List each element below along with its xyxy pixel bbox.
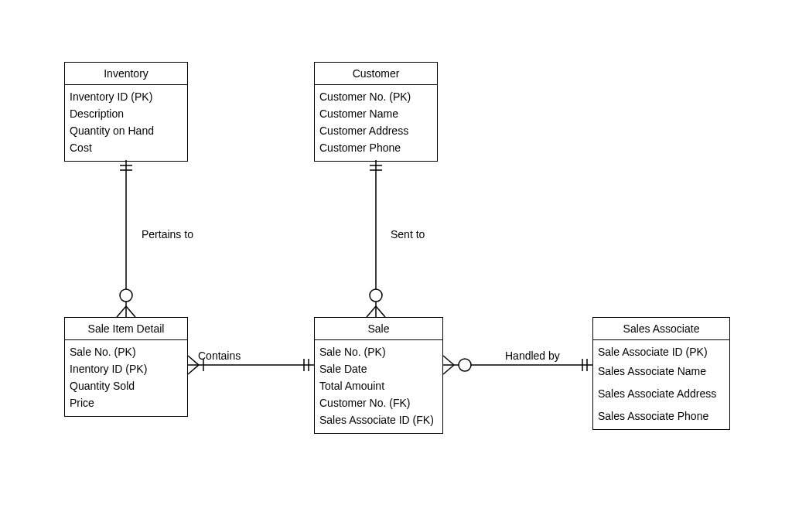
entity-attrs: Inventory ID (PK) Description Quantity o… [65, 85, 187, 161]
er-diagram-canvas: Inventory Inventory ID (PK) Description … [0, 0, 792, 532]
svg-line-6 [126, 306, 135, 317]
attr: Customer No. (FK) [319, 394, 438, 411]
entity-sales-associate: Sales Associate Sale Associate ID (PK) S… [592, 317, 730, 430]
svg-line-18 [188, 356, 199, 365]
svg-line-12 [367, 306, 376, 317]
svg-line-19 [188, 365, 199, 374]
rel-label-sent-to: Sent to [391, 228, 425, 240]
attr: Price [70, 394, 183, 411]
entity-title: Sale [315, 318, 442, 340]
attr: Customer Address [319, 122, 432, 139]
entity-title: Inventory [65, 63, 187, 85]
attr: Sale No. (PK) [70, 343, 183, 360]
attr: Cost [70, 139, 183, 156]
svg-line-5 [117, 306, 126, 317]
entity-sale: Sale Sale No. (PK) Sale Date Total Amoui… [314, 317, 443, 434]
svg-line-26 [443, 365, 454, 374]
attr: Customer No. (PK) [319, 88, 432, 105]
attr: Customer Name [319, 105, 432, 122]
rel-label-pertains-to: Pertains to [142, 228, 193, 240]
attr: Quantity on Hand [70, 122, 183, 139]
connector-sent-to [367, 160, 385, 317]
attr: Total Amouint [319, 377, 438, 394]
attr: Sale No. (PK) [319, 343, 438, 360]
attr: Sales Associate Name [598, 363, 725, 385]
entity-customer: Customer Customer No. (PK) Customer Name… [314, 62, 438, 162]
entity-attrs: Sale No. (PK) Inentory ID (PK) Quantity … [65, 340, 187, 416]
attr: Inentory ID (PK) [70, 360, 183, 377]
svg-point-3 [120, 289, 132, 302]
attr: Description [70, 105, 183, 122]
attr: Sale Date [319, 360, 438, 377]
attr: Inventory ID (PK) [70, 88, 183, 105]
attr: Sale Associate ID (PK) [598, 343, 725, 363]
svg-line-25 [443, 356, 454, 365]
entity-sale-item-detail: Sale Item Detail Sale No. (PK) Inentory … [64, 317, 188, 417]
attr: Sales Associate ID (FK) [319, 411, 438, 428]
svg-point-23 [459, 359, 471, 371]
entity-title: Sales Associate [593, 318, 729, 340]
entity-title: Sale Item Detail [65, 318, 187, 340]
entity-attrs: Sale Associate ID (PK) Sales Associate N… [593, 340, 729, 429]
entity-attrs: Sale No. (PK) Sale Date Total Amouint Cu… [315, 340, 442, 433]
attr: Customer Phone [319, 139, 432, 156]
rel-label-contains: Contains [198, 350, 241, 362]
attr: Sales Associate Address [598, 385, 725, 408]
entity-attrs: Customer No. (PK) Customer Name Customer… [315, 85, 437, 161]
entity-inventory: Inventory Inventory ID (PK) Description … [64, 62, 188, 162]
rel-label-handled-by: Handled by [505, 350, 560, 362]
svg-point-10 [370, 289, 382, 302]
attr: Sales Associate Phone [598, 408, 725, 425]
svg-line-13 [376, 306, 385, 317]
attr: Quantity Sold [70, 377, 183, 394]
connector-pertains-to [117, 160, 135, 317]
entity-title: Customer [315, 63, 437, 85]
